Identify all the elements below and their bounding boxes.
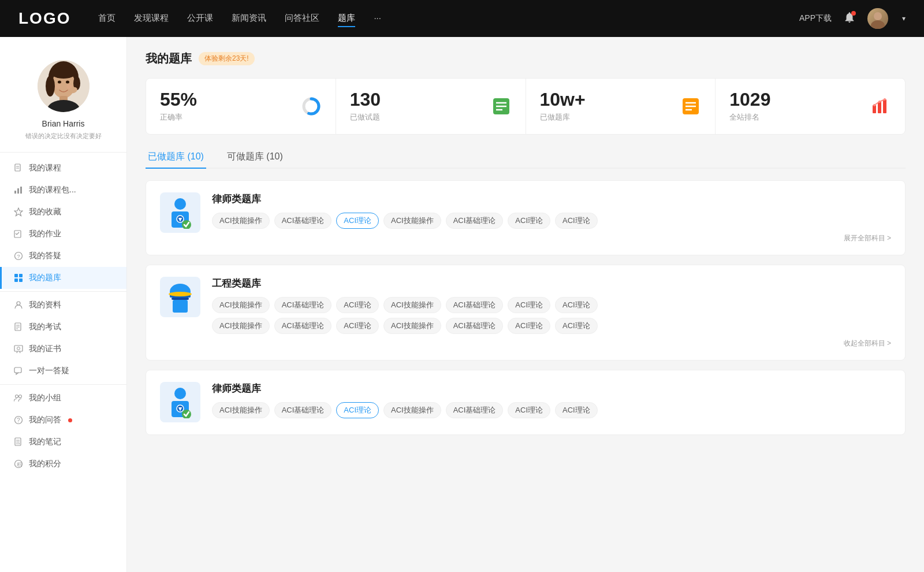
svg-point-75	[174, 388, 186, 399]
nav-news[interactable]: 新闻资讯	[232, 10, 266, 27]
sidebar-item-label: 我的收藏	[29, 207, 61, 217]
sidebar-item-label: 我的笔记	[29, 437, 61, 447]
svg-point-63	[873, 104, 875, 106]
svg-marker-21	[14, 208, 23, 216]
expand-link[interactable]: 展开全部科目 >	[844, 233, 891, 243]
sidebar-item-course-package[interactable]: 我的课程包...	[0, 179, 126, 201]
tag[interactable]: ACI理论	[508, 213, 550, 229]
tag[interactable]: ACI理论	[336, 297, 379, 313]
nav-right: APP下载 ▾	[799, 8, 906, 29]
tag[interactable]: ACI理论	[508, 318, 550, 334]
tag[interactable]: ACI理论	[555, 297, 598, 313]
bar-chart-icon	[14, 185, 23, 195]
tag[interactable]: ACI技能操作	[383, 318, 441, 334]
stat-done-q-label: 已做试题	[350, 112, 381, 122]
sidebar-item-exam[interactable]: 我的考试	[0, 316, 126, 338]
tag[interactable]: ACI技能操作	[383, 213, 441, 229]
app-download-link[interactable]: APP下载	[799, 13, 832, 24]
sidebar-item-favorites[interactable]: 我的收藏	[0, 201, 126, 223]
nav-qa[interactable]: 问答社区	[285, 10, 319, 27]
nav-home[interactable]: 首页	[98, 10, 116, 27]
tag[interactable]: ACI理论	[508, 402, 550, 418]
svg-point-74	[169, 292, 192, 296]
svg-point-46	[18, 443, 20, 444]
qbank-info-lawyer-2: 律师类题库 ACI技能操作 ACI基础理论 ACI理论 ACI技能操作 ACI基…	[212, 382, 891, 423]
sidebar-avatar	[38, 60, 90, 112]
qbank-section-lawyer-2: 律师类题库 ACI技能操作 ACI基础理论 ACI理论 ACI技能操作 ACI基…	[146, 370, 906, 435]
sidebar-item-homework[interactable]: 我的作业	[0, 223, 126, 245]
nav-exam[interactable]: 题库	[338, 10, 355, 27]
qbank-icon-lawyer	[160, 192, 200, 233]
svg-point-1	[871, 20, 885, 29]
nav-discover[interactable]: 发现课程	[134, 10, 169, 27]
svg-rect-19	[17, 188, 19, 194]
sidebar-item-points[interactable]: 积 我的积分	[0, 453, 126, 475]
tag[interactable]: ACI基础理论	[274, 297, 332, 313]
sidebar-item-certificate[interactable]: 我的证书	[0, 338, 126, 360]
tag[interactable]: ACI基础理论	[274, 318, 332, 334]
tab-available-banks[interactable]: 可做题库 (10)	[225, 146, 285, 169]
svg-rect-61	[878, 102, 881, 113]
tag[interactable]: ACI技能操作	[212, 318, 270, 334]
tag[interactable]: ACI基础理论	[446, 297, 504, 313]
stat-done-q-left: 130 已做试题	[350, 90, 381, 122]
stat-done-q-value: 130	[350, 90, 381, 109]
sidebar-item-notes[interactable]: 我的笔记	[0, 431, 126, 453]
sidebar: Brian Harris 错误的决定比没有决定要好 我的课程 我的课程包...	[0, 37, 127, 572]
tag-highlighted[interactable]: ACI理论	[336, 213, 379, 229]
stat-done-banks-left: 10w+ 已做题库	[540, 90, 586, 122]
tag[interactable]: ACI基础理论	[446, 213, 504, 229]
sidebar-item-profile[interactable]: 我的资料	[0, 294, 126, 316]
tag[interactable]: ACI基础理论	[446, 402, 504, 418]
question-circle-icon: ?	[14, 251, 23, 261]
sidebar-item-group[interactable]: 我的小组	[0, 387, 126, 409]
tag[interactable]: ACI基础理论	[274, 213, 332, 229]
nav-more[interactable]: ···	[374, 10, 381, 27]
tag[interactable]: ACI理论	[508, 297, 550, 313]
nav-open-course[interactable]: 公开课	[187, 10, 213, 27]
sidebar-item-label: 我的积分	[29, 459, 61, 469]
svg-point-66	[174, 198, 186, 210]
tag[interactable]: ACI理论	[555, 402, 598, 418]
tag[interactable]: ACI技能操作	[212, 297, 270, 313]
svg-rect-38	[14, 367, 21, 373]
sidebar-item-one-on-one[interactable]: 一对一答疑	[0, 360, 126, 382]
stat-correct-rate-label: 正确率	[160, 112, 197, 122]
tag[interactable]: ACI基础理论	[274, 402, 332, 418]
stat-site-rank: 1029 全站排名	[716, 79, 905, 134]
svg-point-51	[306, 101, 316, 112]
nav-menu: 首页 发现课程 公开课 新闻资讯 问答社区 题库 ···	[98, 10, 799, 27]
tag[interactable]: ACI理论	[555, 318, 598, 334]
stat-done-banks-label: 已做题库	[540, 112, 586, 122]
tag[interactable]: ACI理论	[555, 213, 598, 229]
collapse-link[interactable]: 收起全部科目 >	[844, 339, 891, 348]
user-menu-dropdown[interactable]: ▾	[902, 14, 906, 23]
sidebar-profile: Brian Harris 错误的决定比没有决定要好	[0, 51, 126, 153]
tag[interactable]: ACI基础理论	[446, 318, 504, 334]
sidebar-item-my-qa[interactable]: ? 我的问答	[0, 409, 126, 431]
sidebar-item-qa[interactable]: ? 我的答疑	[0, 245, 126, 267]
tag[interactable]: ACI技能操作	[212, 402, 270, 418]
qbank-title: 律师类题库	[212, 192, 891, 206]
qbank-tags-lawyer-2: ACI技能操作 ACI基础理论 ACI理论 ACI技能操作 ACI基础理论 AC…	[212, 402, 891, 418]
stat-rank-value: 1029	[729, 90, 770, 109]
tag[interactable]: ACI技能操作	[212, 213, 270, 229]
chart-red-icon	[870, 96, 891, 117]
tab-done-banks[interactable]: 已做题库 (10)	[146, 146, 206, 169]
tag[interactable]: ACI理论	[336, 318, 379, 334]
qbank-section-lawyer-1: 律师类题库 ACI技能操作 ACI基础理论 ACI理论 ACI技能操作 ACI基…	[146, 180, 906, 255]
svg-text:积: 积	[17, 462, 22, 467]
tag[interactable]: ACI技能操作	[383, 402, 441, 418]
tag-highlighted[interactable]: ACI理论	[336, 402, 379, 418]
logo[interactable]: LOGO	[18, 9, 70, 28]
chat-icon	[14, 366, 23, 376]
svg-point-39	[16, 395, 18, 398]
notification-bell[interactable]	[843, 11, 856, 26]
sidebar-item-question-bank[interactable]: 我的题库	[0, 267, 126, 289]
sidebar-item-my-courses[interactable]: 我的课程	[0, 157, 126, 179]
stat-done-questions: 130 已做试题	[336, 79, 526, 134]
qbank-footer: 展开全部科目 >	[212, 233, 891, 243]
user-avatar[interactable]	[867, 8, 888, 29]
tag[interactable]: ACI技能操作	[383, 297, 441, 313]
svg-point-64	[878, 101, 881, 103]
